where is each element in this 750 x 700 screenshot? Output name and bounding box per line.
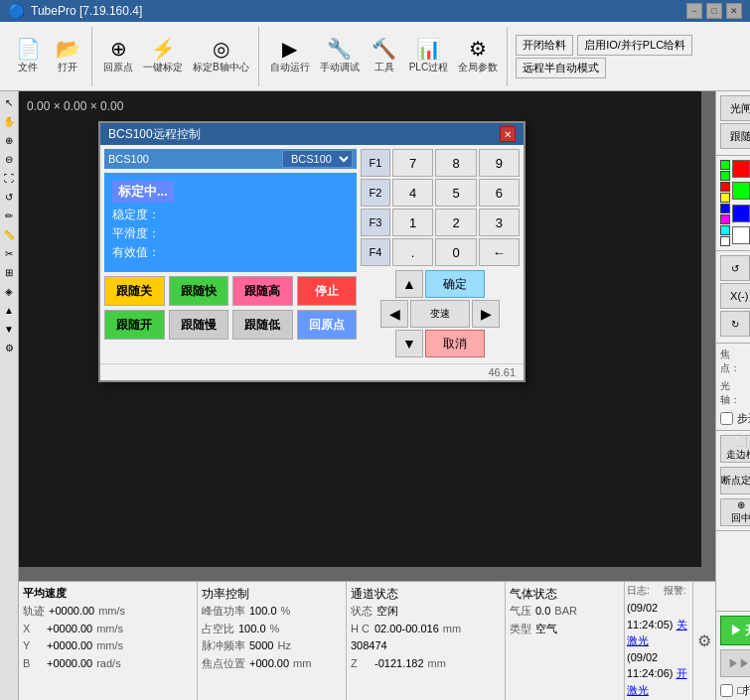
follow-off-button[interactable]: 跟随关	[104, 276, 165, 306]
sample-mode-checkbox[interactable]	[720, 684, 733, 697]
num-backspace[interactable]: ←	[479, 238, 520, 266]
lt-arr-up[interactable]: ▲	[0, 301, 18, 319]
remote-semi-btn[interactable]: 远程半自动模式	[516, 58, 606, 78]
y-unit: mm/s	[96, 637, 123, 655]
lt-rotate[interactable]: ↺	[0, 188, 18, 206]
auto-label: 自动运行	[270, 61, 310, 74]
toolbar-global-btn[interactable]: ⚙ 全局参数	[455, 36, 501, 77]
x-minus-button[interactable]: X(-)	[720, 283, 750, 309]
lt-node[interactable]: ◈	[0, 282, 18, 300]
step-label: 步进	[737, 411, 750, 426]
home-button[interactable]: 回原点	[297, 310, 358, 340]
center-button[interactable]: ⊕ 回中	[720, 498, 750, 526]
rotate-ccw-button[interactable]: ↺	[720, 255, 750, 281]
follow-high-button[interactable]: 跟随高	[232, 276, 293, 306]
num-2[interactable]: 2	[435, 209, 476, 236]
toolbar-group-machine: ⊕ 回原点 ⚡ 一键标定 ◎ 标定B轴中心	[94, 27, 259, 86]
bcs-dialog: BCS100远程控制 ✕ BCS100 BCS100	[98, 121, 525, 382]
f2-button[interactable]: F2	[361, 179, 390, 207]
follow-on-button[interactable]: 跟随开	[104, 310, 165, 340]
indicator-magenta	[720, 214, 730, 224]
lt-settings[interactable]: ⚙	[0, 339, 18, 356]
follow-slow-button[interactable]: 跟随慢	[169, 310, 229, 340]
follow-low-button[interactable]: 跟随低	[232, 310, 293, 340]
num-0[interactable]: 0	[435, 238, 476, 266]
confirm-button[interactable]: 确定	[425, 270, 485, 298]
bcs-device-dropdown[interactable]: BCS100	[282, 150, 353, 168]
nav-up-button[interactable]: ▲	[395, 270, 423, 298]
open-feed-btn[interactable]: 开闭给料	[516, 35, 573, 56]
peak-power-row: 峰值功率 100.0 %	[202, 603, 342, 621]
follow-button[interactable]: 跟随	[720, 123, 750, 149]
nav-down-button[interactable]: ▼	[395, 330, 423, 357]
num-5[interactable]: 5	[435, 179, 476, 207]
f3-button[interactable]: F3	[361, 209, 390, 236]
cancel-button[interactable]: 取消	[425, 330, 485, 357]
nav-left-button[interactable]: ◀	[380, 300, 408, 328]
canvas-area[interactable]: 0.00 × 0.00 × 0.00 BCS100远程控制 ✕ BCS100 B	[19, 91, 715, 581]
toolbar-plc-btn[interactable]: 📊 PLC过程	[406, 36, 451, 77]
lt-zoom-out[interactable]: ⊖	[0, 150, 18, 168]
num-3[interactable]: 3	[479, 209, 520, 236]
rotate-cw-button[interactable]: ↻	[720, 311, 750, 337]
gas-type-label: 类型	[510, 621, 531, 638]
num-8[interactable]: 8	[435, 149, 476, 177]
sample-mode-label: □打样模式	[737, 683, 750, 698]
sep-5	[716, 530, 750, 531]
swatch-blue[interactable]	[732, 205, 750, 222]
toolbar-open-btn[interactable]: 📂 打开	[50, 36, 85, 77]
log-time-1: (09/02 11:24:05)	[627, 602, 673, 630]
toolbar-tools-btn[interactable]: 🔨 工具	[367, 36, 402, 77]
lt-zoom-in[interactable]: ⊕	[0, 131, 18, 149]
toolbar-calibrate-btn[interactable]: ⚡ 一键标定	[140, 36, 186, 77]
toolbar-auto-btn[interactable]: ▶ 自动运行	[267, 36, 313, 77]
lt-select[interactable]: ↖	[0, 93, 18, 111]
num-7[interactable]: 7	[392, 149, 433, 177]
lt-cut[interactable]: ✂	[0, 244, 18, 262]
swatch-white[interactable]	[732, 226, 750, 244]
follow-fast-button[interactable]: 跟随快	[169, 276, 229, 306]
open-feed-label: 开闭给料	[523, 38, 566, 53]
lt-arr-dn[interactable]: ▼	[0, 320, 18, 338]
maximize-button[interactable]: □	[706, 3, 722, 19]
speed-button[interactable]: 变速	[410, 300, 470, 328]
breakpoint-button[interactable]: 断点定位	[720, 467, 750, 494]
start-button[interactable]: ▶ 开始*	[720, 616, 750, 645]
nav-right-button[interactable]: ▶	[472, 300, 500, 328]
toolbar-home-btn[interactable]: ⊕ 回原点	[100, 36, 136, 77]
continue-button[interactable]: ▶▶ 继续	[720, 649, 750, 677]
settings-gear[interactable]: ⚙	[693, 582, 715, 700]
plc-label: PLC过程	[409, 61, 448, 74]
border-walk-button[interactable]: ⬜ 走边框	[720, 435, 750, 463]
lt-layer[interactable]: ⊞	[0, 263, 18, 281]
num-dot[interactable]: .	[392, 238, 433, 266]
state-row: 状态 空闲	[351, 603, 501, 621]
shutter-button[interactable]: 光闸	[720, 95, 750, 121]
minimize-button[interactable]: −	[686, 3, 702, 19]
open-label: 打开	[58, 61, 77, 74]
swatch-red[interactable]	[732, 160, 750, 178]
lt-pen[interactable]: ✏	[0, 207, 18, 224]
enable-io-btn[interactable]: 启用IO/并行PLC给料	[577, 35, 692, 56]
f1-button[interactable]: F1	[361, 149, 390, 177]
close-button[interactable]: ✕	[726, 3, 742, 19]
f4-button[interactable]: F4	[361, 238, 390, 266]
stop-button[interactable]: 停止	[297, 276, 358, 306]
num-4[interactable]: 4	[392, 179, 433, 207]
num-6[interactable]: 6	[479, 179, 520, 207]
toolbar-manual-btn[interactable]: 🔧 手动调试	[317, 36, 363, 77]
lt-measure[interactable]: 📏	[0, 225, 18, 243]
continue-stop-buttons: ▶▶ 继续 ■ 停止	[716, 649, 750, 681]
speed-y-row: Y +0000.00 mm/s	[23, 637, 193, 655]
num-1[interactable]: 1	[392, 209, 433, 236]
step-checkbox[interactable]	[720, 412, 733, 425]
lt-zoom-all[interactable]: ⛶	[0, 169, 18, 187]
lt-move[interactable]: ✋	[0, 112, 18, 130]
toolbar-file-btn[interactable]: 📄 文件	[10, 36, 46, 77]
num-9[interactable]: 9	[479, 149, 520, 177]
swatch-green[interactable]	[732, 182, 750, 200]
bcs-close-button[interactable]: ✕	[500, 126, 516, 142]
indicator-red	[720, 182, 730, 192]
home-icon: ⊕	[110, 39, 127, 59]
toolbar-bcenter-btn[interactable]: ◎ 标定B轴中心	[190, 36, 252, 77]
